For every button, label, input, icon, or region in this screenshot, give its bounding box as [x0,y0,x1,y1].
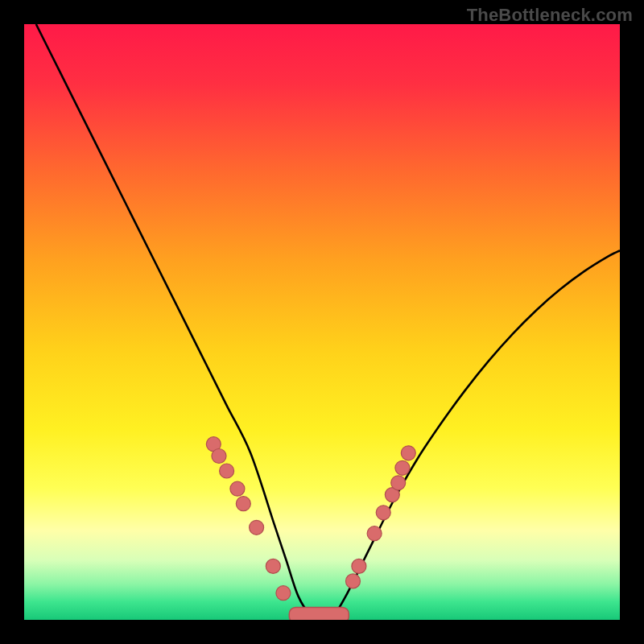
chart-overlay [24,24,620,620]
marker-point [345,574,360,588]
marker-point [391,476,406,490]
chart-stage: TheBottleneck.com [0,0,644,644]
bottleneck-curve [36,24,620,617]
marker-point [236,497,250,511]
highlighted-points [206,437,415,601]
marker-point [250,520,264,535]
marker-point [220,464,234,478]
marker-point [266,559,280,573]
marker-point [276,586,291,601]
marker-point [401,446,415,460]
marker-point [367,526,382,541]
marker-point [395,460,410,475]
min-region-bar [289,607,349,620]
marker-point [352,559,366,573]
marker-point [230,481,245,496]
marker-point [376,506,390,520]
plot-area [24,24,620,620]
marker-point [212,449,226,464]
watermark-text: TheBottleneck.com [467,5,633,26]
